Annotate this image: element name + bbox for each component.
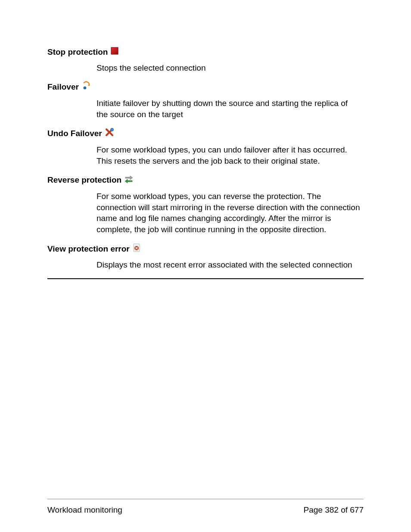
heading-label: Stop protection: [47, 47, 108, 58]
entry-stop-protection: Stop protection Stops the selected conne…: [47, 47, 364, 73]
svg-marker-6: [125, 176, 133, 180]
error-document-icon: [132, 243, 141, 255]
footer-divider: [47, 499, 364, 499]
failover-icon: [81, 81, 91, 93]
svg-point-5: [110, 128, 113, 131]
heading-view-error: View protection error: [47, 243, 364, 255]
footer-section-title: Workload monitoring: [47, 505, 122, 515]
footer-row: Workload monitoring Page 382 of 677: [47, 505, 364, 515]
heading-label: Reverse protection: [47, 175, 121, 186]
heading-reverse-protection: Reverse protection: [47, 174, 364, 187]
desc-view-error: Displays the most recent error associate…: [97, 259, 360, 271]
footer-page-number: Page 382 of 677: [304, 505, 364, 515]
stop-icon: [110, 47, 119, 58]
svg-rect-0: [111, 47, 118, 54]
heading-failover: Failover: [47, 81, 364, 93]
document-page: Stop protection Stops the selected conne…: [0, 0, 411, 532]
entry-view-error: View protection error Displays the most …: [47, 243, 364, 271]
section-divider: [47, 278, 364, 279]
heading-undo-failover: Undo Failover: [47, 128, 364, 140]
heading-label: Failover: [47, 82, 79, 93]
svg-marker-7: [125, 179, 132, 183]
entry-undo-failover: Undo Failover For some workload types, y…: [47, 128, 364, 166]
desc-failover: Initiate failover by shutting down the s…: [97, 98, 360, 120]
page-footer: Workload monitoring Page 382 of 677: [47, 499, 364, 515]
svg-point-2: [84, 87, 86, 89]
heading-label: Undo Failover: [47, 128, 102, 139]
entry-reverse-protection: Reverse protection For some workload typ…: [47, 174, 364, 235]
entry-failover: Failover Initiate failover by shutting d…: [47, 81, 364, 120]
heading-stop-protection: Stop protection: [47, 47, 364, 58]
undo-failover-icon: [105, 128, 114, 140]
desc-undo-failover: For some workload types, you can undo fa…: [97, 144, 360, 166]
desc-reverse-protection: For some workload types, you can reverse…: [97, 191, 360, 235]
reverse-icon: [124, 174, 134, 187]
heading-label: View protection error: [47, 244, 130, 255]
desc-stop-protection: Stops the selected connection: [97, 62, 360, 74]
